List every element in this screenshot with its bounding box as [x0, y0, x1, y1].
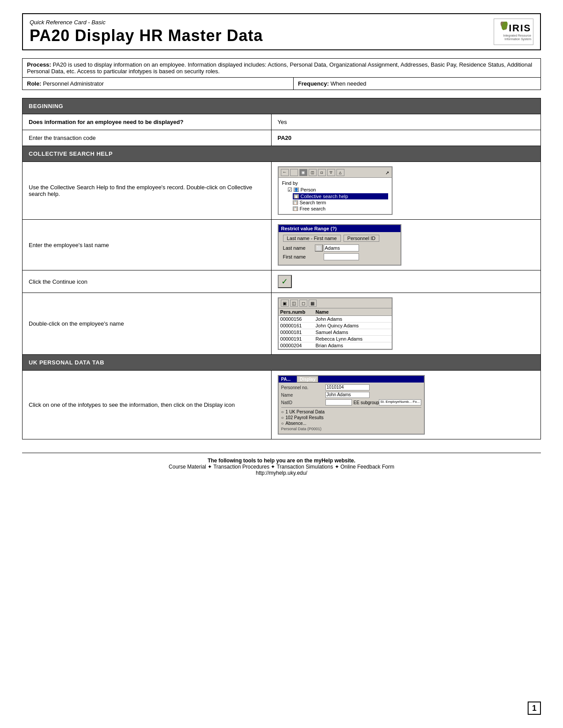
hr-infotype2-row[interactable]: ○ 102 Payroll Results	[281, 415, 421, 420]
toolbar-icon1[interactable]: ▣	[299, 169, 307, 176]
role-value: Personnel Administrator	[43, 80, 104, 87]
tree-searchterm-label: Search term	[300, 200, 326, 205]
toolbar-fwd-btn[interactable]	[290, 169, 298, 176]
iris-logo-text: IRIS	[509, 23, 531, 34]
emp-row-3[interactable]: 00000191 Rebecca Lynn Adams	[279, 336, 392, 342]
row-infotype-display: Click on one of the infotypes to see the…	[23, 371, 541, 439]
hr-persno-row: Personnel no. 1010104	[281, 384, 421, 390]
row-collective-search: Use the Collective Search Help to find t…	[23, 162, 541, 220]
beginning-header: BEGINNING	[23, 98, 541, 114]
emp-row-1[interactable]: 00000161 John Quincy Adams	[279, 323, 392, 329]
process-label: Process:	[27, 61, 51, 68]
emp-toolbar: ▣ ◫ ◻ ▦	[279, 298, 392, 308]
iris-logo-subtext: Integrated ResourceInformation System	[503, 34, 531, 41]
tab-lastname-firstname[interactable]: Last name - First name	[283, 235, 341, 242]
tab-personnelid[interactable]: Personnel ID	[344, 235, 380, 242]
cell-collective-search-right: ← ▣ ◫ ◻ ▽ △ ↗ Find by ☑	[271, 162, 540, 220]
does-info-text: Does information for an employee need to…	[29, 119, 183, 125]
hr-radio2: ○	[281, 415, 284, 420]
dialog-lastname-input[interactable]: Adams	[324, 244, 359, 251]
toolbar-icon4[interactable]: ▽	[327, 169, 335, 176]
section-uk-personal-header: UK PERSONAL DATA TAB	[23, 355, 541, 371]
emp-col1-header: Pers.numb	[280, 309, 316, 315]
iris-logo: IRIS Integrated ResourceInformation Syst…	[494, 19, 533, 45]
info-table: Process: PA20 is used to display informa…	[22, 58, 541, 90]
hr-radio3: ○	[281, 421, 284, 426]
continue-text: Click the Continue icon	[29, 278, 87, 285]
search-tree-screenshot: ← ▣ ◫ ◻ ▽ △ ↗ Find by ☑	[278, 166, 393, 215]
row-does-info-need-display: Does information for an employee need to…	[23, 114, 541, 130]
infotype-text: Click on one of the infotypes to see the…	[29, 402, 235, 408]
employee-list-text: Double-click on the employee's name	[29, 320, 124, 327]
emp-toolbar-btn4[interactable]: ▦	[309, 300, 317, 307]
main-table: BEGINNING Does information for an employ…	[22, 98, 541, 439]
hr-radio1: ○	[281, 409, 284, 414]
emp-toolbar-btn1[interactable]: ▣	[281, 300, 289, 307]
dialog-lastname-value: Adams	[325, 245, 340, 251]
hr-infotype1-row[interactable]: ○ 1 UK Personal Data	[281, 409, 421, 414]
cell-collective-search-left: Use the Collective Search Help to find t…	[23, 162, 272, 220]
frequency-cell: Frequency: When needed	[293, 78, 540, 90]
row-transaction-code: Enter the transaction code PA20	[23, 130, 541, 146]
section-beginning-header: BEGINNING	[23, 98, 541, 114]
tree-freesearch-label: Free search	[300, 206, 326, 211]
footer-line1: The following tools to help you are on t…	[22, 458, 541, 464]
hr-ee-value[interactable]: St. EmployeNumb... Fo...	[379, 399, 421, 405]
hr-persno-value[interactable]: 1010104	[325, 384, 370, 390]
emp-id-0: 00000156	[280, 316, 316, 322]
dialog-firstname-input[interactable]	[324, 253, 359, 260]
hr-divider	[281, 407, 421, 408]
process-cell: Process: PA20 is used to display informa…	[23, 59, 541, 78]
toolbar-arrow-icon[interactable]: ↗	[385, 169, 389, 176]
iris-leaf-icon	[498, 22, 510, 34]
person-tree-icon: 👤	[294, 188, 299, 192]
dialog-firstname-row: First name	[283, 253, 396, 260]
cell-continue-right: ✓	[271, 270, 540, 293]
tree-collective-label: Collective search help	[301, 194, 348, 199]
hr-name-label: Name	[281, 393, 325, 398]
cell-employee-list-right: ▣ ◫ ◻ ▦ Pers.numb Name 00000156 John Ada…	[271, 293, 540, 355]
frequency-label: Frequency:	[298, 80, 329, 87]
hr-name-value[interactable]: John Adams	[325, 392, 370, 398]
collective-search-text: Use the Collective Search Help to find t…	[29, 184, 252, 197]
page: Quick Reference Card - Basic PA20 Displa…	[0, 0, 563, 728]
hr-infotype4-label: Personal Data (P0001)	[281, 427, 322, 431]
tree-person-label: Person	[301, 187, 316, 192]
hr-nat-value[interactable]	[325, 399, 352, 405]
emp-id-2: 00000181	[280, 330, 316, 335]
dialog-lastname-row: Last name ⬜ Adams	[283, 244, 396, 251]
dialog-lastname-label: Last name	[283, 245, 314, 251]
emp-name-1: John Quincy Adams	[316, 323, 390, 328]
tree-collective-row: 📋 Collective search help	[293, 193, 388, 199]
continue-icon[interactable]: ✓	[278, 275, 292, 288]
toolbar-icon2[interactable]: ◫	[309, 169, 317, 176]
dialog-lastname-lookup-btn[interactable]: ⬜	[315, 244, 323, 251]
hr-display-btn[interactable]: Display	[297, 376, 319, 383]
process-text: PA20 is used to display information on a…	[27, 61, 532, 75]
section-collective-search-header: COLLECTIVE SEARCH HELP	[23, 146, 541, 162]
emp-row-4[interactable]: 00000204 Brian Adams	[279, 342, 392, 349]
row-continue-icon: Click the Continue icon ✓	[23, 270, 541, 293]
footer: The following tools to help you are on t…	[22, 453, 541, 476]
emp-row-2[interactable]: 00000181 Samuel Adams	[279, 329, 392, 336]
emp-toolbar-btn2[interactable]: ◫	[290, 300, 298, 307]
searchterm-tree-icon: 📋	[293, 200, 298, 205]
emp-toolbar-btn3[interactable]: ◻	[299, 300, 307, 307]
hr-infotype3-row[interactable]: ○ Absence...	[281, 421, 421, 426]
employee-list-screenshot: ▣ ◫ ◻ ▦ Pers.numb Name 00000156 John Ada…	[278, 297, 393, 350]
hr-infotype2-label: 102 Payroll Results	[286, 415, 324, 420]
cell-infotype-left: Click on one of the infotypes to see the…	[23, 371, 272, 439]
hr-nat-row: NatID EE subgroup St. EmployeNumb... Fo.…	[281, 399, 421, 405]
cell-does-info-right: Yes	[271, 114, 540, 130]
header-left: Quick Reference Card - Basic PA20 Displa…	[30, 19, 263, 45]
emp-row-0[interactable]: 00000156 John Adams	[279, 316, 392, 323]
toolbar-back-btn[interactable]: ←	[281, 169, 289, 176]
cell-infotype-right: PA... Display Personnel no. 1010104 N	[271, 371, 540, 439]
hr-nat-label: NatID	[281, 400, 325, 405]
toolbar-icon5[interactable]: △	[336, 169, 344, 176]
hr-name-row: Name John Adams	[281, 392, 421, 398]
cell-transaction-code-right: PA20	[271, 130, 540, 146]
hr-ee-label: EE subgroup	[354, 400, 379, 405]
toolbar-icon3[interactable]: ◻	[318, 169, 326, 176]
tree-find-by: Find by	[282, 180, 388, 186]
